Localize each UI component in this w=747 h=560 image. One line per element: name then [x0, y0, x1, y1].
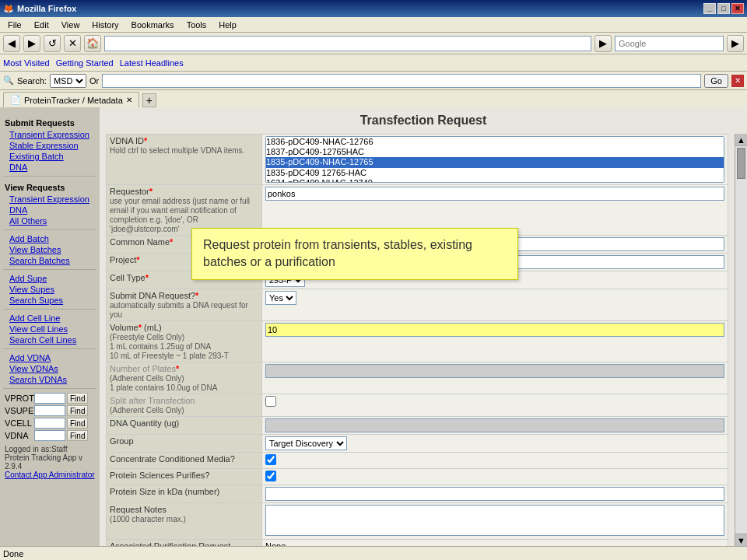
split-after-checkbox[interactable] [265, 396, 276, 407]
sidebar-link-view-supes[interactable]: View Supes [3, 284, 96, 295]
menu-bookmarks[interactable]: Bookmarks [127, 19, 179, 30]
sidebar-link-all-others[interactable]: All Others [3, 215, 96, 226]
form-row-volume: Volume* (mL) (Freestyle Cells Only)1 mL … [107, 321, 728, 362]
main-panel: Transfection Request VDNA ID* Hold ctrl … [100, 107, 747, 546]
app-version-label: Protein Tracking App v 2.9.4 [5, 453, 95, 471]
sidebar-link-dna-view[interactable]: DNA [3, 205, 96, 215]
ps-purifies-label: Protein Sciences Purifies? [110, 471, 209, 480]
volume-input[interactable] [265, 323, 724, 337]
sidebar-link-stable-expression[interactable]: Stable Expression [3, 140, 96, 151]
sidebar-link-existing-batch[interactable]: Existing Batch [3, 151, 96, 162]
go-search-button[interactable]: Go [704, 74, 728, 88]
group-select[interactable]: Target Discovery Protein Sciences Other [265, 436, 347, 450]
sidebar-link-search-cell-lines[interactable]: Search Cell Lines [3, 334, 96, 345]
sidebar-link-add-cell-line[interactable]: Add Cell Line [3, 313, 96, 324]
forward-button[interactable]: ▶ [23, 35, 40, 52]
search-input[interactable] [102, 74, 701, 88]
tab-proteintracker[interactable]: 📄 ProteinTracker / Metadata ✕ [3, 92, 139, 107]
close-search-icon[interactable]: ✕ [731, 75, 744, 87]
form-table: VDNA ID* Hold ctrl to select multiple VD… [106, 134, 728, 546]
refresh-button[interactable]: ↺ [44, 35, 61, 52]
find-vdna-button[interactable]: Find [67, 430, 88, 441]
search-go-button[interactable]: ▶ [727, 35, 744, 52]
sidebar-link-search-vdnas[interactable]: Search VDNAs [3, 374, 96, 385]
search-label: Search: [17, 76, 47, 86]
form-row-vdna-id: VDNA ID* Hold ctrl to select multiple VD… [107, 135, 728, 185]
find-vsupe-input[interactable] [34, 405, 65, 416]
vdna-option-1[interactable]: 1836-pDC409-NHAC-12766 [266, 137, 724, 147]
ps-purifies-checkbox[interactable] [265, 471, 276, 481]
latest-headlines-link[interactable]: Latest Headlines [120, 58, 184, 68]
scroll-track [735, 146, 747, 534]
dna-quantity-input[interactable] [265, 418, 724, 432]
num-plates-label: Number of Plates* [110, 364, 179, 373]
vdna-option-5[interactable]: 1634-pDC409 NHAC-12740 [266, 178, 724, 183]
vdna-id-select[interactable]: 1836-pDC409-NHAC-12766 1837-pDC409-12765… [265, 136, 724, 183]
vdna-option-2[interactable]: 1837-pDC409-12765HAC [266, 147, 724, 157]
scroll-thumb[interactable] [737, 148, 745, 179]
sidebar: Submit Requests Transient Expression Sta… [0, 107, 100, 546]
submit-dna-select[interactable]: Yes No [265, 291, 296, 305]
back-button[interactable]: ◀ [3, 35, 20, 52]
tab-close-icon[interactable]: ✕ [126, 96, 132, 104]
sidebar-link-add-supe[interactable]: Add Supe [3, 273, 96, 284]
most-visited-link[interactable]: Most Visited [3, 58, 50, 68]
requestor-input[interactable] [265, 187, 724, 201]
sidebar-link-search-supes[interactable]: Search Supes [3, 295, 96, 306]
menu-edit[interactable]: Edit [30, 19, 54, 30]
find-vcell-button[interactable]: Find [67, 418, 88, 429]
contact-admin-link[interactable]: Contact App Administrator [5, 471, 95, 479]
menu-help[interactable]: Help [214, 19, 241, 30]
sidebar-link-add-batch[interactable]: Add Batch [3, 233, 96, 244]
scroll-up-button[interactable]: ▲ [735, 134, 747, 146]
concentrate-checkbox[interactable] [265, 454, 276, 465]
num-plates-input[interactable] [265, 364, 724, 378]
sidebar-link-transient-expression[interactable]: Transient Expression [3, 129, 96, 140]
close-button[interactable]: ✕ [731, 3, 744, 14]
form-scroll-area[interactable]: VDNA ID* Hold ctrl to select multiple VD… [100, 134, 735, 546]
go-button[interactable]: ▶ [594, 35, 612, 52]
sidebar-link-transient-view[interactable]: Transient Expression [3, 194, 96, 205]
find-vprot-input[interactable] [34, 393, 65, 404]
common-name-label: Common Name* [110, 237, 173, 247]
sidebar-link-dna-submit[interactable]: DNA [3, 162, 96, 173]
vdna-id-label: VDNA ID* [110, 136, 147, 145]
request-notes-textarea[interactable] [265, 505, 724, 536]
form-row-group: Group Target Discovery Protein Sciences … [107, 435, 728, 453]
status-bar: Done [0, 546, 747, 560]
protein-size-input[interactable] [265, 487, 724, 501]
stop-button[interactable]: ✕ [64, 35, 81, 52]
search-dropdown[interactable]: MSD [50, 74, 86, 88]
menu-tools[interactable]: Tools [182, 19, 212, 30]
vdna-option-3[interactable]: 1835-pDC409-NHAC-12765 [266, 157, 724, 167]
find-vcell-input[interactable] [34, 418, 65, 429]
tab-bar: 📄 ProteinTracker / Metadata ✕ + [0, 90, 747, 107]
tab-icon: 📄 [10, 95, 21, 105]
window-title: Mozilla Firefox [17, 4, 703, 13]
find-vsupe-button[interactable]: Find [67, 405, 88, 416]
find-vdna-input[interactable] [34, 430, 65, 441]
menu-history[interactable]: History [87, 19, 123, 30]
sidebar-link-view-cell-lines[interactable]: View Cell Lines [3, 324, 96, 334]
maximize-button[interactable]: □ [717, 3, 730, 14]
home-button[interactable]: 🏠 [84, 35, 101, 52]
sidebar-link-view-batches[interactable]: View Batches [3, 244, 96, 255]
menu-file[interactable]: File [3, 19, 26, 30]
menu-view[interactable]: View [57, 19, 85, 30]
form-scrollbar[interactable]: ▲ ▼ [735, 134, 747, 546]
new-tab-button[interactable]: + [142, 93, 156, 107]
sidebar-link-add-vdna[interactable]: Add VDNA [3, 352, 96, 363]
scroll-down-button[interactable]: ▼ [735, 534, 747, 546]
minimize-button[interactable]: _ [703, 3, 716, 14]
requestor-label: Requestor* [110, 187, 153, 196]
group-label: Group [110, 436, 134, 446]
sidebar-link-search-batches[interactable]: Search Batches [3, 255, 96, 266]
sidebar-header-submit-requests: Submit Requests [3, 118, 96, 128]
sidebar-link-view-vdnas[interactable]: View VDNAs [3, 363, 96, 374]
address-bar[interactable] [104, 36, 591, 51]
vdna-option-4[interactable]: 1835-pDC409 12765-HAC [266, 168, 724, 178]
search-box[interactable] [615, 36, 724, 51]
concentrate-label: Concentrate Conditioned Media? [110, 454, 235, 464]
find-vprot-button[interactable]: Find [67, 393, 88, 404]
getting-started-link[interactable]: Getting Started [56, 58, 114, 68]
